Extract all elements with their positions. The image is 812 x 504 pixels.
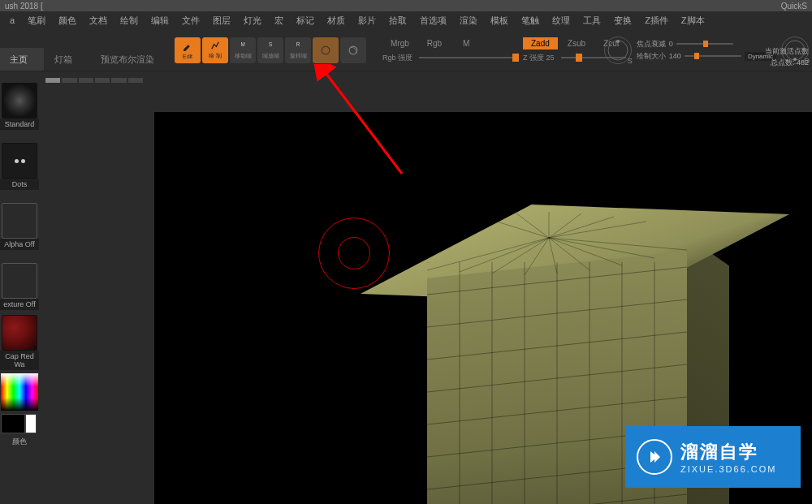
menu-bar: a 笔刷 颜色 文档 绘制 编辑 文件 图层 灯光 宏 标记 材质 影片 拾取 … — [0, 11, 812, 29]
alpha-preview-icon — [2, 203, 37, 239]
edit-label: Edit — [183, 54, 192, 59]
main-color-swatch[interactable] — [1, 414, 25, 433]
svg-text:M: M — [240, 41, 244, 47]
mrgb-button[interactable]: Mrgb — [382, 37, 417, 50]
svg-line-27 — [460, 238, 549, 272]
left-sidebar: Standard Dots Alpha Off exture Off Cap R… — [0, 71, 39, 449]
menu-marker[interactable]: 标记 — [290, 11, 321, 30]
history-strip[interactable] — [45, 78, 143, 84]
menu-alpha[interactable]: a — [3, 12, 21, 28]
total-points-value: 482 — [797, 58, 809, 67]
draw-size-slider[interactable] — [685, 55, 741, 57]
move-button[interactable]: M 移动缩 — [230, 37, 256, 63]
menu-file[interactable]: 文件 — [175, 11, 206, 30]
svg-line-35 — [484, 218, 549, 238]
menu-transform[interactable]: 变换 — [607, 11, 638, 30]
stroke-label-dots: Dots — [0, 179, 39, 190]
scale-button[interactable]: S 缩放缩 — [257, 37, 283, 63]
menu-edit[interactable]: 编辑 — [145, 11, 175, 30]
brush-label-standard: Standard — [0, 118, 39, 130]
watermark-title: 溜溜自学 — [680, 440, 776, 464]
zadd-button[interactable]: Zadd — [523, 37, 558, 50]
menu-preferences[interactable]: 首选项 — [413, 11, 453, 30]
svg-line-38 — [549, 213, 581, 238]
menu-macro[interactable]: 宏 — [268, 11, 290, 30]
alpha-slot[interactable]: Alpha Off — [0, 192, 39, 250]
svg-line-34 — [549, 238, 687, 250]
z-intensity-label: Z 强度 25 — [523, 53, 555, 63]
svg-point-5 — [608, 41, 628, 60]
svg-point-3 — [322, 46, 330, 54]
tab-home[interactable]: 主页 — [0, 48, 45, 71]
svg-line-28 — [492, 238, 549, 274]
tab-lightbox[interactable]: 灯箱 — [45, 48, 89, 71]
draw-label: 绘 制 — [209, 52, 222, 60]
stroke-slot-dots[interactable]: Dots — [0, 131, 39, 190]
zsub-button[interactable]: Zsub — [559, 37, 594, 50]
rgb-button[interactable]: Rgb — [419, 37, 450, 50]
draw-button[interactable]: 绘 制 — [202, 37, 228, 63]
material-slot[interactable]: Cap Red Wa — [0, 312, 39, 370]
menu-texture[interactable]: 纹理 — [546, 11, 577, 30]
menu-picker[interactable]: 拾取 — [382, 11, 413, 30]
draw-size-label: 绘制大小 — [637, 51, 666, 62]
m-button[interactable]: M — [451, 37, 481, 50]
rgb-intensity-slider[interactable] — [419, 57, 516, 58]
edit-button[interactable]: Edit — [175, 37, 201, 63]
watermark: 溜溜自学 ZIXUE.3D66.COM — [625, 426, 801, 488]
menu-document[interactable]: 文档 — [83, 11, 114, 30]
color-picker[interactable] — [1, 373, 38, 411]
dial-icon — [606, 38, 630, 62]
watermark-url: ZIXUE.3D66.COM — [680, 464, 776, 474]
focal-shift-slider[interactable] — [676, 43, 733, 45]
menu-tool[interactable]: 工具 — [577, 11, 607, 30]
color-section-label: 颜色 — [0, 435, 39, 449]
svg-line-36 — [516, 213, 549, 238]
title-right: QuickS — [781, 2, 807, 11]
color-swatches — [1, 414, 38, 433]
focal-shift-value: 0 — [669, 40, 673, 48]
title-left: ush 2018 [ — [5, 2, 43, 11]
scale-label: 缩放缩 — [262, 52, 279, 60]
svg-line-39 — [549, 217, 614, 238]
focal-shift-label: 焦点衰减 — [637, 39, 666, 50]
menu-movie[interactable]: 影片 — [352, 11, 382, 30]
svg-line-40 — [549, 222, 646, 238]
menu-brush[interactable]: 笔刷 — [21, 11, 52, 30]
menu-color[interactable]: 颜色 — [52, 11, 83, 30]
tab-area: 主页 灯箱 预览布尔渲染 — [0, 29, 166, 71]
texture-preview-icon — [2, 263, 37, 299]
menu-zscript[interactable]: Z脚本 — [675, 11, 711, 30]
rotate-label: 旋转缩 — [290, 52, 307, 60]
menu-light[interactable]: 灯光 — [237, 11, 268, 30]
tab-preview-bool-render[interactable]: 预览布尔渲染 — [89, 48, 166, 71]
svg-line-33 — [549, 238, 654, 258]
menu-layer[interactable]: 图层 — [206, 11, 237, 30]
total-points-label: 总点数: — [771, 58, 795, 67]
texture-slot[interactable]: exture Off — [0, 252, 39, 310]
stats-area: 当前激活点数 总点数: 482 — [765, 45, 809, 68]
menu-render[interactable]: 渲染 — [453, 11, 484, 30]
dial-s-label: S — [628, 57, 633, 65]
tool-button-group: Edit 绘 制 M 移动缩 S 缩放缩 R 旋转缩 — [175, 37, 366, 63]
brush-preview-icon — [2, 83, 37, 118]
title-bar: ush 2018 [ QuickS — [0, 0, 812, 11]
svg-text:S: S — [269, 41, 272, 47]
rgb-intensity-label: Rgb 强度 — [382, 53, 412, 63]
watermark-play-icon — [637, 439, 672, 475]
secondary-color-swatch[interactable] — [25, 414, 37, 433]
sphere-brown-button[interactable] — [313, 37, 339, 63]
rotate-button[interactable]: R 旋转缩 — [285, 37, 311, 63]
menu-draw[interactable]: 绘制 — [114, 11, 145, 30]
menu-stroke[interactable]: 笔触 — [515, 11, 546, 30]
focal-dial[interactable]: S — [604, 37, 632, 64]
menu-zplugin[interactable]: Z插件 — [638, 11, 675, 30]
menu-stencil[interactable]: 模板 — [484, 11, 515, 30]
alpha-label: Alpha Off — [0, 239, 39, 250]
sphere-dark-button[interactable] — [340, 37, 366, 63]
brush-slot-standard[interactable]: Standard — [0, 71, 39, 130]
wireframe-top-icon — [387, 205, 728, 303]
svg-point-6 — [616, 40, 620, 43]
menu-material[interactable]: 材质 — [321, 11, 352, 30]
material-preview-icon — [2, 315, 37, 351]
